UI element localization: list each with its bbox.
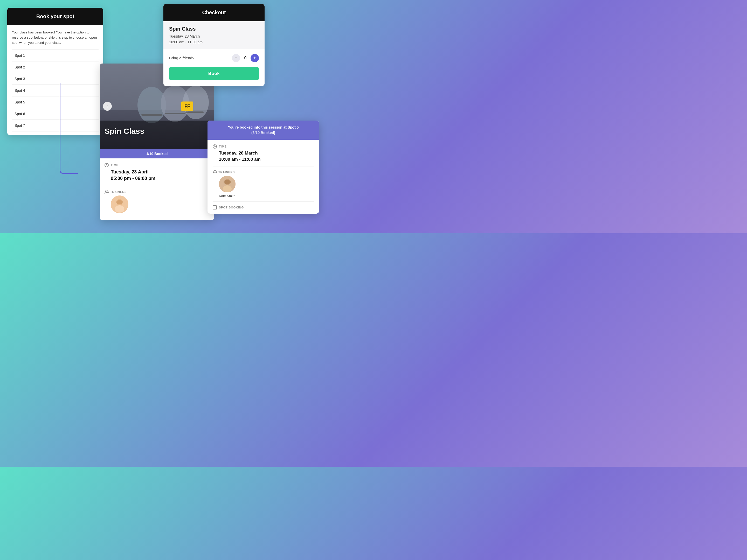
spot-item-5[interactable]: Spot 5 <box>12 96 99 108</box>
svg-point-11 <box>116 200 123 204</box>
ff-badge-text: FF <box>184 104 190 109</box>
checkout-class-name: Spin Class <box>169 26 259 32</box>
confirm-divider-2 <box>213 202 314 202</box>
trainer-row <box>105 195 209 213</box>
spin-time-info: Tuesday, 23 April 05:00 pm - 06:00 pm <box>105 169 209 182</box>
confirm-time-label-row: TIME <box>213 144 314 149</box>
trainers-label-text: TRAINERS <box>110 190 127 193</box>
clock-icon <box>105 163 109 167</box>
increment-button[interactable]: + <box>251 54 259 62</box>
confirm-trainer-avatar <box>219 176 235 192</box>
checkout-class-day: Tuesday, 28 March <box>169 34 200 38</box>
confirm-time-section: TIME Tuesday, 28 March 10:00 am - 11:00 … <box>213 144 314 163</box>
spin-detail-card: ‹ FF Spin Class 1/10 Booked TIME Tuesday… <box>100 63 214 220</box>
spot-item-4[interactable]: Spot 4 <box>12 84 99 96</box>
trainers-label-row: TRAINERS <box>105 190 209 194</box>
time-label-text: TIME <box>111 164 119 167</box>
checkout-class-info: Spin Class Tuesday, 28 March 10:00 am - … <box>163 21 264 49</box>
spot-item-2[interactable]: Spot 2 <box>12 61 99 73</box>
checkout-friend-row: Bring a friend? − 0 + <box>163 49 264 67</box>
svg-rect-6 <box>165 113 185 114</box>
spot-list: Spot 1 Spot 2 Spot 3 Spot 4 Spot 5 Spot … <box>12 50 99 131</box>
spot-item-6[interactable]: Spot 6 <box>12 108 99 119</box>
confirm-trainer-name: Kate Smith <box>219 194 314 198</box>
time-label-row: TIME <box>105 163 209 167</box>
confirm-trainer-section: Kate Smith <box>213 176 314 198</box>
confirm-class-time: 10:00 am - 11:00 am <box>219 157 261 162</box>
svg-point-12 <box>115 205 124 213</box>
ff-badge: FF <box>181 102 193 111</box>
confirm-trainer-avatar-svg <box>219 176 235 192</box>
spin-class-time: 05:00 pm - 06:00 pm <box>111 176 155 181</box>
confirm-trainers-section: TRAINERS Kate Smith <box>213 170 314 198</box>
book-spot-header: Book your spot <box>7 8 103 25</box>
checkout-body: Spin Class Tuesday, 28 March 10:00 am - … <box>163 21 264 86</box>
confirm-time-label-text: TIME <box>219 145 227 148</box>
friend-count-value: 0 <box>243 56 248 60</box>
spot-item-3[interactable]: Spot 3 <box>12 73 99 84</box>
booking-confirm-subtitle: (3/10 Booked) <box>211 130 315 136</box>
booking-confirm-title: You're booked into this session at Spot … <box>211 125 315 130</box>
confirm-person-icon <box>213 170 216 174</box>
scan-icon <box>213 205 217 210</box>
book-spot-body: Your class has been booked! You have the… <box>7 25 103 135</box>
book-spot-card: Book your spot Your class has been booke… <box>7 8 103 135</box>
spot-booking-label-row: SPOT BOOKING <box>213 205 314 210</box>
trainer-avatar-svg <box>111 195 128 213</box>
spot-item-1[interactable]: Spot 1 <box>12 50 99 61</box>
confirm-clock-icon <box>213 144 217 149</box>
booking-confirm-body: TIME Tuesday, 28 March 10:00 am - 11:00 … <box>207 140 319 214</box>
book-button-label: Book <box>208 71 220 76</box>
confirm-time-info: Tuesday, 28 March 10:00 am - 11:00 am <box>213 150 314 163</box>
spot-booking-section: SPOT BOOKING <box>213 205 314 210</box>
counter-row: − 0 + <box>232 54 259 62</box>
time-section: TIME Tuesday, 23 April 05:00 pm - 06:00 … <box>105 163 209 182</box>
confirm-class-day: Tuesday, 28 March <box>219 151 258 156</box>
spot-item-7[interactable]: Spot 7 <box>12 119 99 131</box>
spin-class-name-overlay: Spin Class <box>105 127 144 135</box>
trainers-section: TRAINERS <box>105 190 209 213</box>
booking-confirm-card: You're booked into this session at Spot … <box>207 121 319 214</box>
svg-rect-7 <box>185 111 204 113</box>
spin-class-day: Tuesday, 23 April <box>111 169 149 175</box>
person-icon <box>105 190 108 194</box>
booked-banner: 1/10 Booked <box>100 149 214 158</box>
booked-count: 1/10 Booked <box>146 152 168 156</box>
spot-booking-label-text: SPOT BOOKING <box>219 206 244 209</box>
confirm-trainers-label-row: TRAINERS <box>213 170 314 174</box>
svg-point-15 <box>224 180 231 184</box>
spin-detail-info: TIME Tuesday, 23 April 05:00 pm - 06:00 … <box>100 158 214 220</box>
svg-point-16 <box>223 185 232 192</box>
confirm-divider-1 <box>213 166 314 166</box>
spin-class-title-overlay: Spin Class <box>105 127 144 136</box>
decrement-button[interactable]: − <box>232 54 240 62</box>
checkout-title: Checkout <box>202 9 226 15</box>
book-spot-description: Your class has been booked! You have the… <box>12 30 99 45</box>
checkout-class-date: Tuesday, 28 March 10:00 am - 11:00 am <box>169 33 259 45</box>
back-button[interactable]: ‹ <box>103 102 112 111</box>
svg-rect-5 <box>141 114 162 116</box>
back-icon: ‹ <box>107 104 108 109</box>
booking-confirm-header: You're booked into this session at Spot … <box>207 121 319 140</box>
checkout-header: Checkout <box>163 4 264 21</box>
checkout-class-time: 10:00 am - 11:00 am <box>169 40 203 44</box>
checkout-card: Checkout Spin Class Tuesday, 28 March 10… <box>163 4 264 86</box>
book-spot-title: Book your spot <box>36 14 74 19</box>
trainer-avatar-spin <box>111 195 128 213</box>
book-button[interactable]: Book <box>169 67 259 80</box>
bring-friend-label: Bring a friend? <box>169 56 195 60</box>
confirm-trainers-label-text: TRAINERS <box>218 170 235 174</box>
